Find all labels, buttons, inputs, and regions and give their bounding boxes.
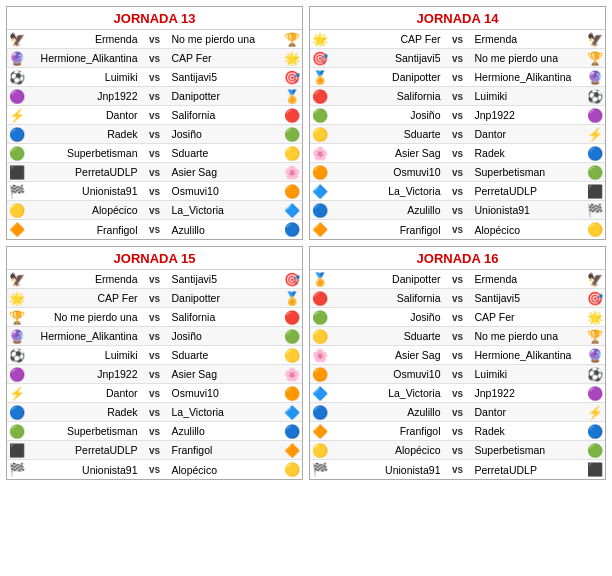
away-team-name: Franfigol xyxy=(169,444,283,456)
away-team-icon: 🟢 xyxy=(282,329,302,344)
away-team-name: No me pierdo una xyxy=(472,52,586,64)
away-team-icon: ⚡ xyxy=(585,127,605,142)
home-team-icon: 🟠 xyxy=(310,367,330,382)
home-team-icon: 🔴 xyxy=(310,291,330,306)
away-team-icon: 🔴 xyxy=(282,108,302,123)
table-row: 🦅ErmendavsNo me pierdo una🏆 xyxy=(7,30,302,49)
vs-label: vs xyxy=(444,312,472,323)
table-row: 🌸Asier SagvsRadek🔵 xyxy=(310,144,605,163)
away-team-icon: 🔵 xyxy=(585,146,605,161)
vs-label: vs xyxy=(141,312,169,323)
away-team-name: Asier Sag xyxy=(169,368,283,380)
home-team-name: Josiño xyxy=(330,109,444,121)
home-team-icon: 🟣 xyxy=(7,89,27,104)
away-team-icon: 🌟 xyxy=(585,310,605,325)
vs-label: vs xyxy=(444,445,472,456)
away-team-icon: 🔶 xyxy=(282,443,302,458)
table-row: 🟡AlopécicovsSuperbetisman🟢 xyxy=(310,441,605,460)
home-team-name: Santijavi5 xyxy=(330,52,444,64)
away-team-name: Luimiki xyxy=(472,368,586,380)
jornada-title-1: JORNADA 13 xyxy=(7,7,302,30)
home-team-name: Superbetisman xyxy=(27,425,141,437)
vs-label: vs xyxy=(444,426,472,437)
away-team-icon: 🟠 xyxy=(282,184,302,199)
vs-label: vs xyxy=(444,274,472,285)
vs-label: vs xyxy=(444,331,472,342)
away-team-icon: ⚽ xyxy=(585,367,605,382)
away-team-icon: 🟢 xyxy=(585,165,605,180)
home-team-icon: 🏆 xyxy=(7,310,27,325)
table-row: 🦅ErmendavsSantijavi5🎯 xyxy=(7,270,302,289)
home-team-icon: 🟠 xyxy=(310,165,330,180)
home-team-icon: 🟢 xyxy=(7,146,27,161)
home-team-name: Jnp1922 xyxy=(27,368,141,380)
away-team-icon: 🏁 xyxy=(585,203,605,218)
vs-label: vs xyxy=(444,464,472,475)
away-team-icon: 🏆 xyxy=(585,329,605,344)
table-row: 🟢JosiñovsJnp1922🟣 xyxy=(310,106,605,125)
home-team-name: Azulillo xyxy=(330,406,444,418)
vs-label: vs xyxy=(444,72,472,83)
table-row: 🔴SaliforniavsLuimiki⚽ xyxy=(310,87,605,106)
home-team-name: Asier Sag xyxy=(330,147,444,159)
away-team-name: CAP Fer xyxy=(472,311,586,323)
vs-label: vs xyxy=(444,148,472,159)
home-team-icon: 🟢 xyxy=(7,424,27,439)
home-team-name: CAP Fer xyxy=(27,292,141,304)
home-team-name: Jnp1922 xyxy=(27,90,141,102)
home-team-name: Franfigol xyxy=(330,425,444,437)
vs-label: vs xyxy=(141,331,169,342)
table-row: 🎯Santijavi5vsNo me pierdo una🏆 xyxy=(310,49,605,68)
vs-label: vs xyxy=(444,369,472,380)
home-team-icon: 🔮 xyxy=(7,329,27,344)
away-team-icon: 🔵 xyxy=(585,424,605,439)
home-team-name: Asier Sag xyxy=(330,349,444,361)
table-row: 🏅DanipottervsErmenda🦅 xyxy=(310,270,605,289)
away-team-icon: 🎯 xyxy=(282,272,302,287)
home-team-icon: 🔷 xyxy=(310,184,330,199)
jornada-block-3: JORNADA 15🦅ErmendavsSantijavi5🎯🌟CAP Ferv… xyxy=(6,246,303,480)
home-team-name: Radek xyxy=(27,406,141,418)
away-team-name: Santijavi5 xyxy=(472,292,586,304)
home-team-name: Danipotter xyxy=(330,273,444,285)
table-row: 🔮Hermione_AlikantinavsJosiño🟢 xyxy=(7,327,302,346)
vs-label: vs xyxy=(141,350,169,361)
vs-label: vs xyxy=(141,388,169,399)
away-team-icon: 🔴 xyxy=(282,310,302,325)
table-row: 🔵AzulillovsUnionista91🏁 xyxy=(310,201,605,220)
home-team-icon: 🏁 xyxy=(7,184,27,199)
home-team-icon: 🏁 xyxy=(310,462,330,477)
vs-label: vs xyxy=(141,129,169,140)
away-team-name: Hermione_Alikantina xyxy=(472,71,586,83)
table-row: 🏁Unionista91vsAlopécico🟡 xyxy=(7,460,302,479)
table-row: 🟢SuperbetismanvsSduarte🟡 xyxy=(7,144,302,163)
table-row: 🟠Osmuvi10vsLuimiki⚽ xyxy=(310,365,605,384)
vs-label: vs xyxy=(141,369,169,380)
vs-label: vs xyxy=(141,274,169,285)
vs-label: vs xyxy=(141,445,169,456)
jornada-title-2: JORNADA 14 xyxy=(310,7,605,30)
vs-label: vs xyxy=(444,407,472,418)
away-team-name: PerretaUDLP xyxy=(472,185,586,197)
table-row: ⚡DantorvsSalifornia🔴 xyxy=(7,106,302,125)
away-team-icon: 🌸 xyxy=(282,367,302,382)
away-team-name: La_Victoria xyxy=(169,204,283,216)
away-team-icon: 🌸 xyxy=(282,165,302,180)
home-team-icon: ⚡ xyxy=(7,108,27,123)
vs-label: vs xyxy=(444,110,472,121)
vs-label: vs xyxy=(444,224,472,235)
away-team-icon: 🦅 xyxy=(585,32,605,47)
away-team-icon: 🔵 xyxy=(282,222,302,237)
away-team-name: Ermenda xyxy=(472,33,586,45)
home-team-icon: 🟢 xyxy=(310,108,330,123)
vs-label: vs xyxy=(141,91,169,102)
vs-label: vs xyxy=(141,34,169,45)
table-row: ⬛PerretaUDLPvsFranfigol🔶 xyxy=(7,441,302,460)
home-team-icon: ⚡ xyxy=(7,386,27,401)
away-team-icon: ⚽ xyxy=(585,89,605,104)
away-team-name: Salifornia xyxy=(169,109,283,121)
vs-label: vs xyxy=(141,224,169,235)
away-team-name: No me pierdo una xyxy=(472,330,586,342)
home-team-icon: 🟡 xyxy=(310,443,330,458)
vs-label: vs xyxy=(141,167,169,178)
